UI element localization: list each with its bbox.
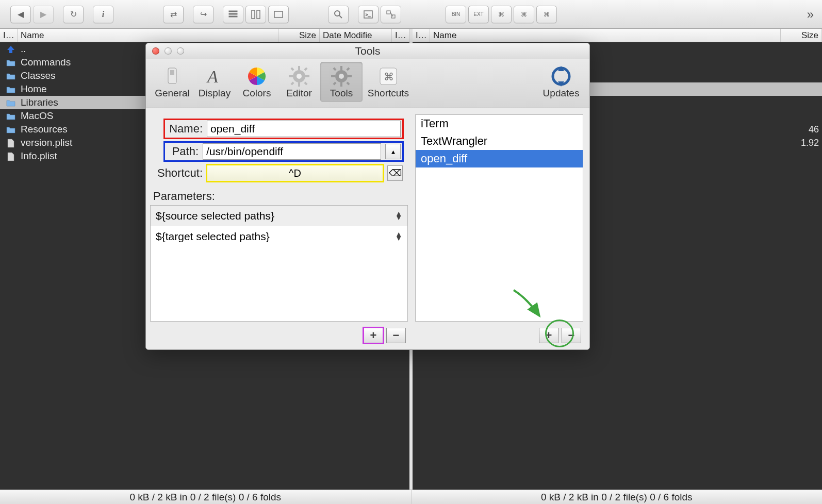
tab-label: Colors [243, 88, 271, 99]
svg-rect-10 [387, 11, 390, 14]
svg-rect-2 [229, 16, 237, 17]
file-icon [5, 57, 17, 68]
shortcut-clear-button[interactable]: ⌫ [387, 165, 403, 181]
svg-rect-34 [346, 67, 350, 71]
view-columns-button[interactable] [245, 6, 266, 23]
ext-button[interactable]: EXT [468, 6, 489, 23]
path-browse-button[interactable]: ▴ [385, 144, 401, 159]
tab-display[interactable]: A Display [193, 62, 236, 102]
tab-colors[interactable]: Colors [236, 62, 278, 102]
dialog-title: Tools [146, 45, 589, 57]
parameters-label: Parameters: [153, 190, 408, 203]
stepper-icon[interactable]: ▲▼ [395, 212, 402, 220]
svg-rect-30 [340, 82, 342, 87]
switch-icon [161, 65, 184, 88]
tab-general[interactable]: General [151, 62, 193, 102]
svg-rect-29 [340, 66, 342, 70]
network-button[interactable] [381, 6, 401, 23]
name-input[interactable] [207, 121, 401, 137]
svg-rect-21 [289, 75, 293, 77]
status-left: 0 kB / 2 kB in 0 / 2 file(s) 0 / 6 folds [0, 490, 411, 504]
svg-rect-25 [290, 81, 294, 85]
tool-list-item[interactable]: iTerm [416, 115, 583, 132]
svg-point-6 [335, 11, 340, 16]
tab-label: Editor [286, 88, 312, 99]
tab-label: General [155, 88, 190, 99]
gear-icon [288, 65, 310, 88]
path-input[interactable] [203, 143, 381, 160]
svg-text:>_: >_ [366, 12, 371, 17]
svg-rect-26 [304, 81, 307, 85]
action-button-2[interactable]: ⌘ [514, 6, 534, 23]
col-size[interactable]: Size [278, 29, 320, 42]
dialog-titlebar[interactable]: Tools [146, 43, 589, 59]
col-name[interactable]: Name [18, 29, 278, 42]
reload-button[interactable]: ↻ [63, 6, 84, 23]
terminal-button[interactable]: >_ [358, 6, 379, 23]
nav-back-button[interactable]: ◀ [10, 6, 31, 23]
tool-remove-button[interactable]: − [562, 328, 581, 343]
action-button-3[interactable]: ⌘ [536, 6, 557, 23]
tab-updates[interactable]: Updates [538, 62, 584, 102]
svg-rect-19 [298, 66, 300, 70]
col-icon2[interactable]: I… [392, 29, 409, 42]
updates-icon [550, 65, 572, 88]
parameters-list[interactable]: ${source selected paths} ▲▼ ${target sel… [150, 205, 408, 322]
svg-rect-22 [305, 75, 309, 77]
col-date[interactable]: Date Modifie [320, 29, 392, 42]
shortcut-field[interactable]: ^D [207, 165, 383, 181]
col-icon[interactable]: I… [0, 29, 18, 42]
file-size: 46 [805, 124, 819, 135]
shortcut-label: Shortcut: [150, 166, 203, 180]
file-icon [5, 83, 17, 95]
svg-rect-14 [170, 70, 174, 75]
file-icon [5, 43, 17, 55]
bin-button-1[interactable]: BIN [446, 6, 466, 23]
parameter-row[interactable]: ${target selected paths} ▲▼ [151, 226, 407, 247]
swap-panes-button[interactable]: ⇄ [163, 6, 184, 23]
tab-shortcuts[interactable]: ⌘ Shortcuts [363, 62, 414, 102]
tool-editor-form: Name: Path: ▴ Shortcut: ^D ⌫ Parameters:… [146, 108, 412, 349]
tools-list[interactable]: iTermTextWrangleropen_diff [415, 114, 583, 322]
svg-rect-23 [290, 67, 294, 71]
toolbar-overflow-icon[interactable]: » [804, 7, 817, 22]
tab-editor[interactable]: Editor [278, 62, 320, 102]
info-button[interactable]: i [93, 6, 113, 23]
tab-label: Updates [543, 88, 580, 99]
tool-add-button[interactable]: + [539, 328, 558, 343]
col-name[interactable]: Name [430, 29, 781, 42]
col-size[interactable]: Size [781, 29, 822, 42]
font-icon: A [203, 65, 226, 88]
nav-forward-button[interactable]: ▶ [33, 6, 54, 23]
name-label: Name: [167, 122, 203, 136]
tab-tools[interactable]: Tools [320, 62, 363, 102]
stepper-icon[interactable]: ▲▼ [395, 232, 402, 240]
svg-rect-24 [304, 67, 307, 71]
tool-list-item[interactable]: open_diff [416, 150, 583, 167]
file-size: 1.92 [798, 138, 819, 148]
tab-label: Shortcuts [368, 88, 409, 99]
col-icon[interactable]: I… [413, 29, 430, 42]
svg-point-28 [339, 74, 344, 79]
right-column-headers[interactable]: I… Name Size [413, 29, 822, 42]
tool-list-item[interactable]: TextWrangler [416, 132, 583, 150]
svg-rect-3 [252, 10, 255, 19]
svg-point-18 [297, 74, 302, 79]
view-gallery-button[interactable] [268, 6, 289, 23]
param-add-button[interactable]: + [364, 328, 383, 343]
svg-text:⌘: ⌘ [384, 71, 394, 82]
svg-rect-35 [333, 81, 336, 85]
command-icon: ⌘ [377, 65, 400, 88]
tab-label: Tools [330, 88, 353, 99]
search-button[interactable] [328, 6, 349, 23]
dialog-toolbar: General A Display Colors [146, 59, 589, 108]
action-button-1[interactable]: ⌘ [491, 6, 512, 23]
param-remove-button[interactable]: − [386, 328, 406, 343]
view-list-button[interactable] [223, 6, 243, 23]
tab-label: Display [199, 88, 231, 99]
svg-rect-0 [229, 11, 237, 12]
parameter-row[interactable]: ${source selected paths} ▲▼ [151, 206, 407, 226]
svg-rect-4 [257, 10, 260, 19]
send-right-button[interactable]: ↪ [193, 6, 213, 23]
left-column-headers[interactable]: I… Name Size Date Modifie I… [0, 29, 409, 42]
